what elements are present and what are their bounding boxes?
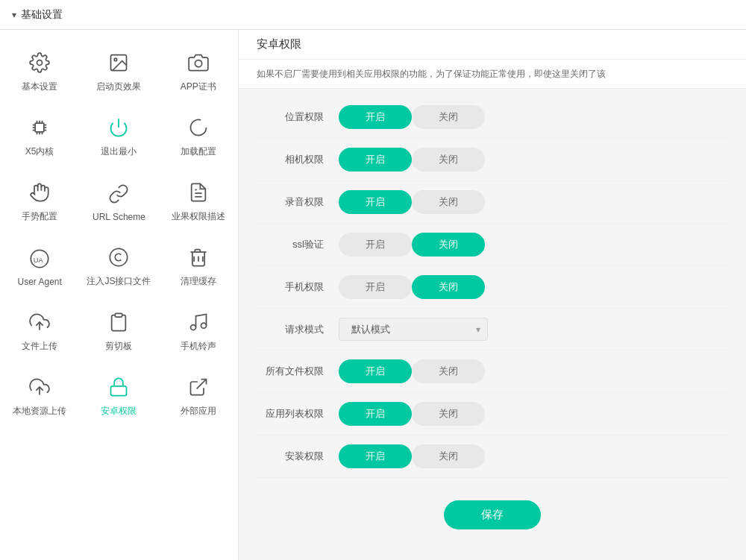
upload2-icon [26,374,53,400]
sidebar-item-app-cert[interactable]: APP证书 [159,37,238,102]
permission-row-location: 位置权限 开启 关闭 [257,96,728,139]
app-list-off-button[interactable]: 关闭 [412,402,485,426]
sidebar-item-external-app-label: 外部应用 [181,405,216,418]
sidebar-item-gesture-config[interactable]: 手势配置 [0,167,79,232]
save-button[interactable]: 保存 [444,500,541,529]
svg-point-17 [201,323,206,328]
document-icon [185,179,212,206]
power-icon [105,114,132,141]
permission-label-camera: 相机权限 [257,153,324,166]
svg-rect-19 [111,386,127,396]
notice-bar: 如果不启厂需要使用到相关应用权限的功能，为了保证功能正常使用，即使这里关闭了该 [239,60,746,89]
svg-rect-15 [116,313,122,317]
toggle-group-location: 开启 关闭 [339,105,485,129]
top-bar: ▾ 基础设置 [0,0,746,30]
sidebar-item-launch-effect[interactable]: 启动页效果 [79,37,158,102]
permission-row-ssl: ssl验证 开启 关闭 [257,224,728,266]
copyright-icon [105,244,132,271]
permission-row-app-list: 应用列表权限 开启 关闭 [257,393,728,435]
ssl-off-button[interactable]: 关闭 [412,233,485,257]
install-on-button[interactable]: 开启 [339,444,412,468]
all-files-on-button[interactable]: 开启 [339,359,412,383]
sidebar-item-basic-settings[interactable]: 基本设置 [0,37,79,102]
toggle-group-recording: 开启 关闭 [339,190,485,214]
sidebar-item-permissions-desc[interactable]: 业果权限描述 [159,167,238,232]
phone-off-button[interactable]: 关闭 [412,275,485,299]
sidebar-item-url-scheme-label: URL Scheme [93,212,145,222]
permission-label-app-list: 应用列表权限 [257,407,324,421]
sidebar-item-inject-js[interactable]: 注入JS接口文件 [79,232,158,297]
sidebar-item-user-agent[interactable]: UA User Agent [0,232,79,297]
permission-label-install: 安装权限 [257,450,324,463]
svg-text:UA: UA [34,256,44,263]
camera-off-button[interactable]: 关闭 [412,148,485,172]
gear-icon [26,49,53,76]
image-icon [105,49,132,76]
top-bar-title-text: 基础设置 [21,8,63,22]
permission-row-request-mode: 请求模式 默认模式 模式一 模式二 ▾ [257,309,728,350]
notice-text: 如果不启厂需要使用到相关应用权限的功能，为了保证功能正常使用，即使这里关闭了该 [257,69,606,79]
sidebar-item-exit-minimize[interactable]: 退出最小 [79,102,158,167]
sidebar-item-local-resources[interactable]: 本地资源上传 [0,362,79,427]
toggle-group-ssl: 开启 关闭 [339,233,485,257]
main-layout: 基本设置 启动页效果 APP证书 X5内核 [0,30,746,560]
sidebar-item-exit-minimize-label: 退出最小 [101,145,137,158]
sidebar-item-url-scheme[interactable]: URL Scheme [79,167,158,232]
arrow-icon: ▾ [12,10,16,20]
permission-row-camera: 相机权限 开启 关闭 [257,139,728,181]
request-mode-dropdown-wrap: 默认模式 模式一 模式二 ▾ [339,318,488,341]
permission-label-location: 位置权限 [257,110,324,124]
sidebar-item-clear-cache-label: 清理缓存 [181,275,216,288]
sidebar-item-app-cert-label: APP证书 [181,81,216,93]
permission-label-ssl: ssl验证 [257,238,324,251]
sidebar-item-x5-core-label: X5内核 [25,145,54,158]
sidebar-item-basic-settings-label: 基本设置 [22,81,57,93]
sidebar-item-x5-core[interactable]: X5内核 [0,102,79,167]
permission-label-phone: 手机权限 [257,280,324,294]
content-area: 安卓权限 如果不启厂需要使用到相关应用权限的功能，为了保证功能正常使用，即使这里… [239,30,746,560]
sidebar-item-file-upload[interactable]: 文件上传 [0,297,79,362]
request-mode-select[interactable]: 默认模式 模式一 模式二 [339,318,488,341]
install-off-button[interactable]: 关闭 [412,444,485,468]
sidebar-item-android-permissions[interactable]: 安卓权限 [79,362,158,427]
sidebar-item-clear-cache[interactable]: 清理缓存 [159,232,238,297]
location-off-button[interactable]: 关闭 [412,105,485,129]
sidebar-item-clipboard-label: 剪切板 [105,340,132,353]
svg-point-16 [190,325,195,330]
sidebar-grid: 基本设置 启动页效果 APP证书 X5内核 [0,37,238,427]
content-title: 安卓权限 [257,37,301,51]
app-list-on-button[interactable]: 开启 [339,402,412,426]
camera-icon [185,49,212,76]
music-icon [185,309,212,336]
svg-rect-4 [35,123,44,132]
svg-point-3 [195,60,201,67]
recording-off-button[interactable]: 关闭 [412,190,485,214]
content-header: 安卓权限 [239,30,746,60]
ua-icon: UA [26,245,53,272]
permission-label-request-mode: 请求模式 [257,323,324,336]
permission-row-recording: 录音权限 开启 关闭 [257,181,728,224]
sidebar-item-external-app[interactable]: 外部应用 [159,362,238,427]
sidebar-item-clipboard[interactable]: 剪切板 [79,297,158,362]
all-files-off-button[interactable]: 关闭 [412,359,485,383]
sidebar-item-user-agent-label: User Agent [17,277,61,287]
lock-icon [105,374,132,400]
clear-icon [185,244,212,271]
external-icon [185,374,212,400]
sidebar-item-android-permissions-label: 安卓权限 [101,405,137,418]
phone-on-button[interactable]: 开启 [339,275,412,299]
ssl-on-button[interactable]: 开启 [339,233,412,257]
toggle-group-app-list: 开启 关闭 [339,402,485,426]
permission-label-recording: 录音权限 [257,195,324,209]
sidebar: 基本设置 启动页效果 APP证书 X5内核 [0,30,239,560]
camera-on-button[interactable]: 开启 [339,148,412,172]
location-on-button[interactable]: 开启 [339,105,412,129]
chip-icon [26,114,53,141]
sidebar-item-load-config[interactable]: 加载配置 [159,102,238,167]
permission-row-all-files: 所有文件权限 开启 关闭 [257,350,728,393]
permission-label-all-files: 所有文件权限 [257,365,324,378]
toggle-group-all-files: 开启 关闭 [339,359,485,383]
recording-on-button[interactable]: 开启 [339,190,412,214]
toggle-group-camera: 开启 关闭 [339,148,485,172]
sidebar-item-phone-ringtone[interactable]: 手机铃声 [159,297,238,362]
